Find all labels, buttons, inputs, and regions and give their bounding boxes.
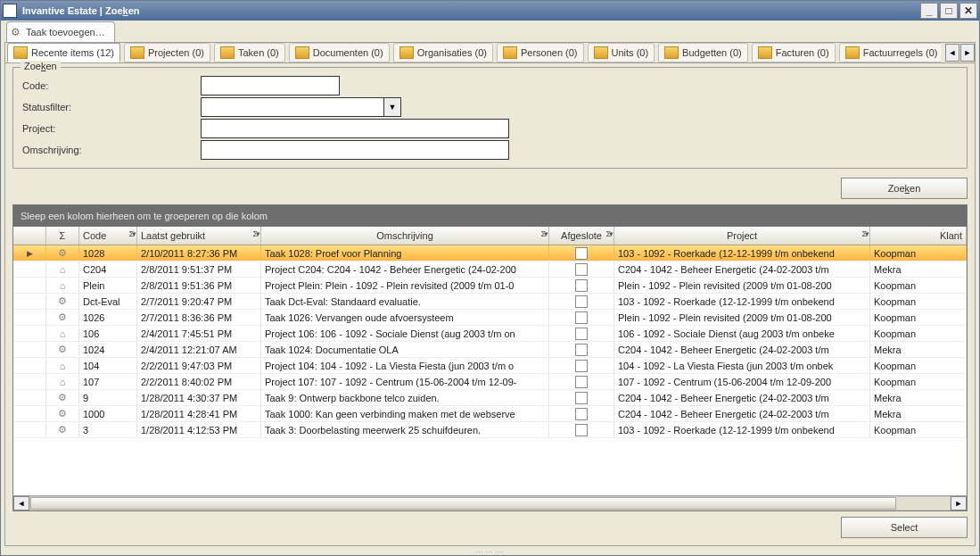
cell-afgesloten[interactable] (549, 310, 614, 325)
col-project[interactable]: ProjectΣ▾ (614, 227, 870, 245)
resize-handle[interactable]: ⋯⋯⋯ (1, 550, 979, 555)
row-indicator (13, 374, 46, 389)
statusfilter-combo[interactable]: ▼ (201, 97, 401, 117)
project-input[interactable] (201, 119, 509, 138)
table-row[interactable]: ⌂C2042/8/2011 9:51:37 PMProject C204: C2… (13, 261, 967, 278)
checkbox-icon[interactable] (575, 279, 588, 292)
col-omschrijving[interactable]: OmschrijvingΣ▾ (261, 227, 549, 245)
nav-tab[interactable]: Factuurregels (0) (839, 43, 944, 62)
cell-project: 103 - 1092 - Roerkade (12-12-1999 t/m on… (614, 245, 870, 261)
cell-klant: Koopman (870, 422, 967, 437)
search-legend: Zoeken (21, 61, 61, 71)
cell-afgesloten[interactable] (549, 326, 614, 341)
checkbox-icon[interactable] (575, 376, 588, 388)
table-row[interactable]: ⚙31/28/2011 4:12:53 PMTaak 3: Doorbelast… (13, 422, 967, 438)
table-row[interactable]: ⌂1062/4/2011 7:45:51 PMProject 106: 106 … (13, 326, 967, 342)
cell-code: 1024 (79, 342, 137, 357)
cell-date: 2/7/2011 9:20:47 PM (137, 294, 261, 309)
nav-tab[interactable]: Units (0) (588, 43, 655, 62)
titlebar[interactable]: Invantive Estate | Zoeken _ □ ✕ (1, 1, 979, 21)
doc-tab-label: Taak toevoegen… (26, 27, 105, 37)
horizontal-scrollbar[interactable]: ◄ ► (13, 495, 967, 510)
close-button[interactable]: ✕ (959, 3, 977, 19)
cell-klant: Koopman (870, 278, 967, 293)
cell-desc: Taak 3: Doorbelasting meerwerk 25 schuif… (261, 422, 549, 437)
restore-button[interactable]: □ (940, 3, 958, 19)
cell-project: C204 - 1042 - Beheer Energetic (24-02-20… (614, 261, 870, 277)
col-klant[interactable]: Klant (870, 227, 967, 245)
cell-code: Plein (79, 278, 137, 293)
cell-afgesloten[interactable] (549, 342, 614, 357)
nav-scroll-right[interactable]: ► (960, 44, 975, 62)
checkbox-icon[interactable] (575, 295, 588, 308)
col-selector[interactable] (13, 227, 46, 245)
row-indicator (13, 278, 46, 293)
col-afgesloten[interactable]: AfgesloteΣ▾ (549, 227, 614, 245)
scroll-left-button[interactable]: ◄ (13, 496, 29, 510)
select-button[interactable]: Select (841, 517, 968, 538)
checkbox-icon[interactable] (575, 311, 588, 324)
scroll-right-button[interactable]: ► (951, 496, 967, 510)
table-row[interactable]: ⚙10242/4/2011 12:21:07 AMTaak 1024: Docu… (13, 342, 967, 358)
cell-afgesloten[interactable] (549, 261, 614, 277)
checkbox-icon[interactable] (575, 247, 588, 260)
doc-tab-taak-toevoegen[interactable]: ⚙ Taak toevoegen… (6, 21, 115, 42)
table-row[interactable]: ⚙91/28/2011 4:30:37 PMTaak 9: Ontwerp ba… (13, 390, 967, 406)
cell-project: 106 - 1092 - Sociale Dienst (aug 2003 t/… (614, 326, 870, 341)
table-row[interactable]: ⌂1072/2/2011 8:40:02 PMProject 107: 107 … (13, 374, 967, 390)
group-by-header[interactable]: Sleep een kolom hierheen om te groeperen… (13, 205, 967, 227)
row-indicator (13, 326, 46, 341)
checkbox-icon[interactable] (575, 408, 588, 420)
tab-label: Projecten (0) (148, 47, 204, 58)
checkbox-icon[interactable] (575, 424, 588, 436)
chevron-down-icon[interactable]: ▼ (383, 97, 401, 117)
checkbox-icon[interactable] (575, 392, 588, 404)
cell-afgesloten[interactable] (549, 245, 614, 261)
nav-tab[interactable]: Organisaties (0) (393, 43, 493, 62)
cell-afgesloten[interactable] (549, 422, 614, 437)
table-row[interactable]: ⚙Dct-Eval2/7/2011 9:20:47 PMTaak Dct-Eva… (13, 294, 967, 310)
nav-tab[interactable]: Budgetten (0) (658, 43, 748, 62)
nav-scroll-left[interactable]: ◄ (945, 44, 959, 62)
scroll-track[interactable] (29, 496, 951, 510)
cell-afgesloten[interactable] (549, 278, 614, 293)
col-laatst-gebruikt[interactable]: Laatst gebruiktΣ▾ (137, 227, 261, 245)
checkbox-icon[interactable] (575, 344, 588, 356)
nav-tab[interactable]: Projecten (0) (124, 43, 210, 62)
scroll-thumb[interactable] (30, 497, 896, 510)
nav-tab[interactable]: Personen (0) (497, 43, 584, 62)
search-button[interactable]: Zoeken (841, 178, 968, 199)
cell-afgesloten[interactable] (549, 390, 614, 405)
checkbox-icon[interactable] (575, 263, 588, 276)
cell-afgesloten[interactable] (549, 406, 614, 421)
checkbox-icon[interactable] (575, 328, 588, 340)
statusfilter-input[interactable] (201, 97, 383, 117)
table-row[interactable]: ⚙10262/7/2011 8:36:36 PMTaak 1026: Verva… (13, 310, 967, 326)
table-row[interactable]: ⌂1042/2/2011 9:47:03 PMProject 104: 104 … (13, 358, 967, 374)
cell-afgesloten[interactable] (549, 374, 614, 389)
cell-afgesloten[interactable] (549, 294, 614, 309)
table-row[interactable]: ⚙10001/28/2011 4:28:41 PMTaak 1000: Kan … (13, 406, 967, 422)
table-row[interactable]: ▶⚙10282/10/2011 8:27:36 PMTaak 1028: Pro… (13, 245, 967, 261)
code-input[interactable] (201, 76, 340, 95)
tab-label: Taken (0) (238, 47, 279, 58)
nav-tab[interactable]: Recente items (12) (7, 43, 120, 62)
nav-tab[interactable]: Facturen (0) (752, 43, 836, 62)
cell-code: 3 (79, 422, 137, 437)
cell-afgesloten[interactable] (549, 358, 614, 373)
cell-klant: Koopman (870, 310, 967, 325)
tab-icon (845, 46, 860, 59)
omschrijving-input[interactable] (201, 140, 509, 160)
grid-body: ▶⚙10282/10/2011 8:27:36 PMTaak 1028: Pro… (13, 245, 967, 495)
cell-date: 1/28/2011 4:28:41 PM (137, 406, 261, 421)
table-row[interactable]: ⌂Plein2/8/2011 9:51:36 PMProject Plein: … (13, 278, 967, 294)
col-code[interactable]: CodeΣ▾ (79, 227, 137, 245)
cell-code: C204 (79, 261, 137, 277)
nav-tab[interactable]: Taken (0) (214, 43, 285, 62)
row-indicator (13, 342, 46, 357)
tab-icon (295, 46, 309, 59)
checkbox-icon[interactable] (575, 360, 588, 372)
nav-tab[interactable]: Documenten (0) (289, 43, 390, 62)
col-sigma[interactable]: Σ (46, 227, 79, 245)
minimize-button[interactable]: _ (920, 3, 938, 19)
